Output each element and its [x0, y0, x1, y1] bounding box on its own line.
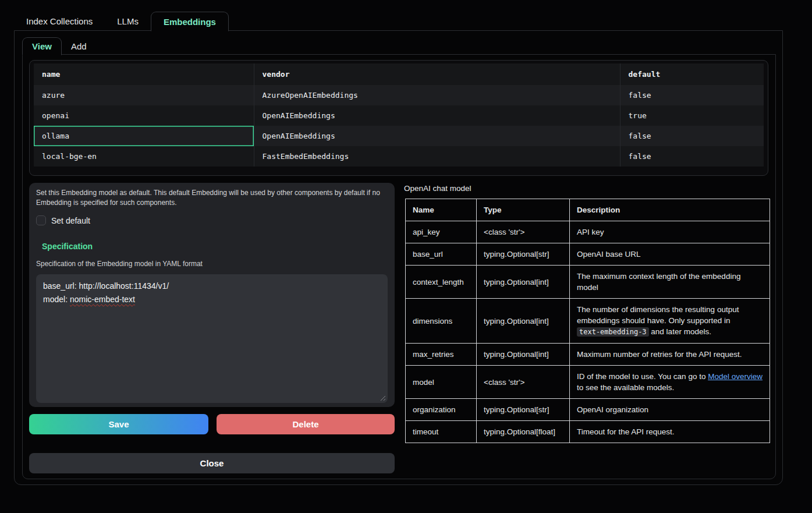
param-name: timeout [406, 421, 477, 443]
param-description: The maximum context length of the embedd… [570, 266, 770, 299]
param-type: typing.Optional[float] [477, 421, 570, 443]
cell-vendor[interactable]: AzureOpenAIEmbeddings [254, 85, 620, 105]
model-info-header-row: NameTypeDescription [406, 199, 770, 221]
subtab-add[interactable]: Add [62, 37, 96, 55]
param-type: typing.Optional[str] [477, 243, 570, 266]
table-row-azure[interactable]: azureAzureOpenAIEmbeddingsfalse [34, 85, 764, 105]
specification-subtext: Specification of the Embedding model in … [36, 260, 388, 268]
resize-handle-icon[interactable] [380, 395, 385, 401]
param-row-model: model<class 'str'>ID of the model to use… [406, 366, 770, 399]
param-type: <class 'str'> [477, 221, 570, 243]
tab-llms[interactable]: LLMs [105, 12, 151, 31]
app-window: Index CollectionsLLMsEmbeddings ViewAdd … [0, 0, 812, 513]
embeddings-table-card: namevendordefault azureAzureOpenAIEmbedd… [29, 60, 768, 176]
param-description: API key [570, 221, 770, 243]
column-header-name: name [34, 63, 254, 85]
column-header-vendor: vendor [254, 63, 620, 85]
param-name: organization [406, 399, 477, 421]
param-row-max_retries: max_retriestyping.Optional[int]Maximum n… [406, 344, 770, 366]
misspelled-word: nomic-embed-text [70, 295, 135, 304]
set-default-label: Set default [51, 216, 90, 225]
param-description: Timeout for the API request. [570, 421, 770, 443]
model-info-table-wrap: NameTypeDescription api_key<class 'str'>… [405, 199, 770, 443]
cell-default[interactable]: false [620, 85, 764, 105]
main-tabbar: Index CollectionsLLMsEmbeddings [14, 12, 229, 31]
yaml-line: base_url: http://localhost:11434/v1/ [43, 280, 381, 293]
tab-embeddings[interactable]: Embeddings [151, 12, 229, 31]
cell-default[interactable]: false [620, 126, 764, 146]
subtab-view[interactable]: View [22, 37, 62, 55]
set-default-row: Set default [36, 215, 388, 225]
param-name: max_retries [406, 344, 477, 366]
param-row-dimensions: dimensionstyping.Optional[int]The number… [406, 299, 770, 344]
cell-name[interactable]: openai [34, 105, 254, 126]
param-type: <class 'str'> [477, 366, 570, 399]
param-row-base_url: base_urltyping.Optional[str]OpenAI base … [406, 243, 770, 266]
cell-name[interactable]: ollama [34, 126, 254, 146]
param-description: OpenAI organization [570, 399, 770, 421]
model-info-table: NameTypeDescription api_key<class 'str'>… [405, 199, 770, 443]
specification-heading: Specification [42, 242, 388, 251]
close-button[interactable]: Close [29, 453, 395, 473]
param-type: typing.Optional[int] [477, 266, 570, 299]
param-type: typing.Optional[int] [477, 299, 570, 344]
default-settings-panel: Set this Embedding model as default. Thi… [29, 183, 395, 407]
param-description: OpenAI base URL [570, 243, 770, 266]
save-button[interactable]: Save [29, 414, 208, 434]
param-row-context_length: context_lengthtyping.Optional[int]The ma… [406, 266, 770, 299]
tab-index-collections[interactable]: Index Collections [14, 12, 105, 31]
column-header-default: default [620, 63, 764, 85]
cell-name[interactable]: azure [34, 85, 254, 105]
param-row-api_key: api_key<class 'str'>API key [406, 221, 770, 243]
default-description: Set this Embedding model as default. Thi… [36, 188, 385, 208]
cell-vendor[interactable]: OpenAIEmbeddings [254, 105, 620, 126]
embeddings-tab-panel: ViewAdd namevendordefault azureAzureOpen… [14, 30, 783, 485]
cell-default[interactable]: true [620, 105, 764, 126]
param-row-timeout: timeouttyping.Optional[float]Timeout for… [406, 421, 770, 443]
set-default-checkbox[interactable] [36, 215, 46, 225]
param-description: The number of dimensions the resulting o… [570, 299, 770, 344]
param-type: typing.Optional[str] [477, 399, 570, 421]
table-row-openai[interactable]: openaiOpenAIEmbeddingstrue [34, 105, 764, 126]
view-tab-panel: namevendordefault azureAzureOpenAIEmbedd… [22, 54, 776, 479]
model-info-title: OpenAI chat model [404, 184, 471, 193]
param-name: context_length [406, 266, 477, 299]
param-row-organization: organizationtyping.Optional[str]OpenAI o… [406, 399, 770, 421]
param-name: base_url [406, 243, 477, 266]
param-description: Maximum number of retries for the API re… [570, 344, 770, 366]
model-info-table-body: api_key<class 'str'>API keybase_urltypin… [406, 221, 770, 443]
table-row-ollama[interactable]: ollamaOpenAIEmbeddingsfalse [34, 126, 764, 146]
view-add-tabbar: ViewAdd [22, 37, 96, 55]
inline-code: text-embedding-3 [577, 327, 649, 337]
param-name: api_key [406, 221, 477, 243]
model-overview-link[interactable]: Model overview [708, 372, 763, 381]
cell-vendor[interactable]: FastEmbedEmbeddings [254, 146, 620, 167]
param-type: typing.Optional[int] [477, 344, 570, 366]
param-name: dimensions [406, 299, 477, 344]
embeddings-table: namevendordefault azureAzureOpenAIEmbedd… [34, 63, 764, 167]
yaml-line: model: nomic-embed-text [43, 293, 381, 306]
cell-vendor[interactable]: OpenAIEmbeddings [254, 126, 620, 146]
param-name: model [406, 366, 477, 399]
cell-name[interactable]: local-bge-en [34, 146, 254, 167]
param-description: ID of the model to use. You can go to Mo… [570, 366, 770, 399]
delete-button[interactable]: Delete [217, 414, 395, 434]
model-info-column-type: Type [477, 199, 570, 221]
cell-default[interactable]: false [620, 146, 764, 167]
embeddings-table-body: azureAzureOpenAIEmbeddingsfalseopenaiOpe… [34, 85, 764, 167]
model-info-column-name: Name [406, 199, 477, 221]
embeddings-table-header-row: namevendordefault [34, 63, 764, 85]
yaml-spec-textarea[interactable]: base_url: http://localhost:11434/v1/ mod… [36, 274, 388, 403]
model-info-column-description: Description [570, 199, 770, 221]
table-row-local-bge-en[interactable]: local-bge-enFastEmbedEmbeddingsfalse [34, 146, 764, 167]
